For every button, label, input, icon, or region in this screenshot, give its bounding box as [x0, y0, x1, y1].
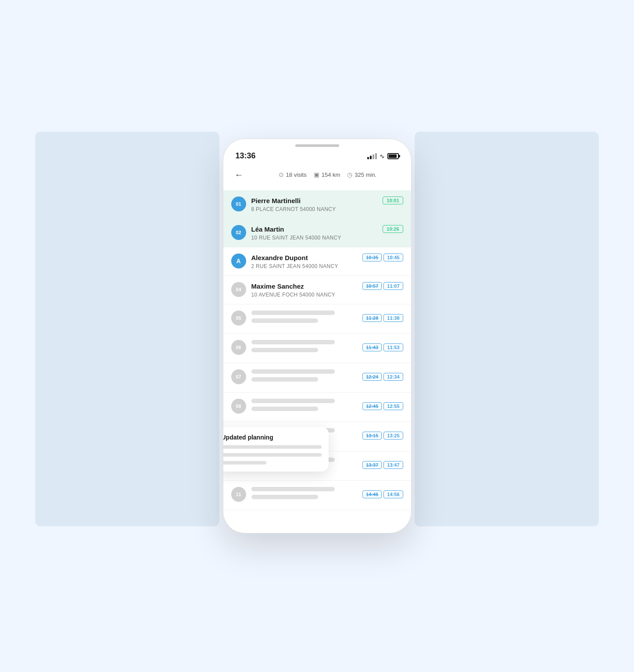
- visit-item-7[interactable]: 07 12:24 12:34: [223, 363, 411, 393]
- stat-time-value: 325 min.: [355, 172, 376, 178]
- visit-info-4: Maxime Sanchez 10:57 11:07 10 AVENUE FOC…: [251, 282, 403, 298]
- visit-info-5: 11:28 11:38: [251, 311, 403, 327]
- stat-km-value: 154 km: [322, 172, 340, 178]
- avatar-letter-3: A: [236, 257, 240, 265]
- visit-header-4: Maxime Sanchez 10:57 11:07: [251, 282, 403, 290]
- visit-number-6: 06: [231, 340, 246, 355]
- visit-time-1: 10:01: [383, 197, 403, 204]
- visit-info-2: Léa Martin 10:26 10 RUE SAINT JEAN 54000…: [251, 225, 403, 241]
- visit-name-2: Léa Martin: [251, 225, 284, 233]
- visit-time-new-3: 10:45: [383, 254, 403, 261]
- visit-number-7: 07: [231, 369, 246, 384]
- status-icons: ∿: [367, 153, 399, 160]
- visit-number-5: 05: [231, 311, 246, 325]
- visit-item-8[interactable]: 08 12:45 12:55: [223, 393, 411, 422]
- back-button[interactable]: ←: [232, 168, 246, 182]
- visit-info-6: 11:43 11:53: [251, 340, 403, 357]
- visit-address-2: 10 RUE SAINT JEAN 54000 NANCY: [251, 235, 403, 241]
- stat-visits-value: 18 visits: [286, 172, 307, 178]
- visit-item-6[interactable]: 06 11:43 11:53: [223, 334, 411, 363]
- visit-number-4: 04: [231, 282, 246, 297]
- stat-visits: ⊙ 18 visits: [279, 171, 307, 178]
- bg-decoration-left: [35, 132, 219, 526]
- back-arrow-icon: ←: [235, 170, 244, 180]
- visit-name-4: Maxime Sanchez: [251, 282, 304, 290]
- notif-line-2: [223, 453, 322, 457]
- visit-time-old-10: 13:37: [362, 461, 382, 469]
- visit-time-old-9: 13:15: [362, 432, 382, 440]
- visit-time-new-5: 11:38: [383, 314, 403, 322]
- status-time: 13:36: [236, 151, 256, 161]
- phone-notch: [295, 144, 339, 147]
- visit-time-new-11: 14:56: [383, 490, 403, 498]
- visit-time-old-4: 10:57: [362, 282, 382, 290]
- visit-time-pair-3: 10:35 10:45: [362, 254, 403, 261]
- visit-item-4[interactable]: 04 Maxime Sanchez 10:57 11:07 10 AVENUE …: [223, 276, 411, 304]
- visit-time-old-7: 12:24: [362, 373, 382, 381]
- visit-time-old-3: 10:35: [362, 254, 382, 261]
- battery-icon: [387, 153, 399, 159]
- visit-info-1: Pierre Martinelli 10:01 8 PLACE CARNOT 5…: [251, 197, 403, 212]
- visit-time-new-4: 11:07: [383, 282, 403, 290]
- visit-number-1: 01: [231, 197, 246, 211]
- notification-card: Updated planning: [223, 427, 329, 472]
- visit-header-7: 12:24 12:34: [251, 369, 403, 384]
- stat-time: ◷ 325 min.: [347, 171, 376, 178]
- visit-address-1: 8 PLACE CARNOT 54000 NANCY: [251, 206, 403, 212]
- route-icon: ▣: [314, 171, 319, 178]
- visit-time-old-6: 11:43: [362, 343, 382, 351]
- visit-name-3: Alexandre Dupont: [251, 254, 308, 261]
- visit-number-8: 08: [231, 399, 246, 414]
- visit-name-1: Pierre Martinelli: [251, 197, 301, 204]
- visit-time-new-10: 13:47: [383, 461, 403, 469]
- visit-header-5: 11:28 11:38: [251, 311, 403, 325]
- visit-number-3: A: [231, 254, 246, 268]
- stat-km: ▣ 154 km: [314, 171, 340, 178]
- visit-info-7: 12:24 12:34: [251, 369, 403, 386]
- bg-decoration-right: [415, 132, 599, 526]
- visit-info-8: 12:45 12:55: [251, 399, 403, 415]
- visit-time-old-11: 14:46: [362, 490, 382, 498]
- signal-icon: [367, 153, 377, 159]
- visit-item-1[interactable]: 01 Pierre Martinelli 10:01 8 PLACE CARNO…: [223, 190, 411, 219]
- status-bar: 13:36 ∿: [223, 139, 411, 164]
- visit-time-pair-9: 13:15 13:25: [362, 432, 403, 440]
- visit-item-2[interactable]: 02 Léa Martin 10:26 10 RUE SAINT JEAN 54…: [223, 219, 411, 247]
- visit-time-pair-7: 12:24 12:34: [362, 373, 403, 381]
- notif-line-1: [223, 445, 322, 449]
- visit-item-5[interactable]: 05 11:28 11:38: [223, 304, 411, 334]
- visit-address-4: 10 AVENUE FOCH 54000 NANCY: [251, 292, 403, 298]
- visit-header-2: Léa Martin 10:26: [251, 225, 403, 233]
- wifi-icon: ∿: [380, 153, 385, 160]
- visit-info-11: 14:46 14:56: [251, 487, 403, 504]
- visit-number-2: 02: [231, 225, 246, 240]
- visit-address-3: 2 RUE SAINT JEAN 54000 NANCY: [251, 263, 403, 269]
- visit-time-2: 10:26: [383, 225, 403, 233]
- visit-time-pair-11: 14:46 14:56: [362, 490, 403, 498]
- pin-icon: ⊙: [279, 171, 284, 178]
- visit-header-11: 14:46 14:56: [251, 487, 403, 502]
- visit-time-pair-5: 11:28 11:38: [362, 314, 403, 322]
- visit-time-new-8: 12:55: [383, 402, 403, 410]
- visit-time-pair-4: 10:57 11:07: [362, 282, 403, 290]
- notification-title: Updated planning: [223, 434, 322, 441]
- visit-time-new-6: 11:53: [383, 343, 403, 351]
- visit-header-8: 12:45 12:55: [251, 399, 403, 414]
- visit-number-11: 11: [231, 487, 246, 502]
- nav-bar: ← ⊙ 18 visits ▣ 154 km ◷ 325 min.: [223, 164, 411, 187]
- visit-time-new-9: 13:25: [383, 432, 403, 440]
- visit-header-3: Alexandre Dupont 10:35 10:45: [251, 254, 403, 261]
- visit-header-1: Pierre Martinelli 10:01: [251, 197, 403, 204]
- visit-time-old-8: 12:45: [362, 402, 382, 410]
- visit-item-11[interactable]: 11 14:46 14:56: [223, 481, 411, 510]
- visit-time-new-7: 12:34: [383, 373, 403, 381]
- visit-list[interactable]: 01 Pierre Martinelli 10:01 8 PLACE CARNO…: [223, 187, 411, 528]
- phone-frame: 13:36 ∿ ← ⊙ 18 visits: [223, 139, 412, 533]
- visit-item-3[interactable]: A Alexandre Dupont 10:35 10:45 2 RUE SAI…: [223, 247, 411, 276]
- phone-screen: 13:36 ∿ ← ⊙ 18 visits: [223, 139, 412, 533]
- visit-info-3: Alexandre Dupont 10:35 10:45 2 RUE SAINT…: [251, 254, 403, 269]
- visit-time-pair-10: 13:37 13:47: [362, 461, 403, 469]
- visit-time-old-5: 11:28: [362, 314, 382, 322]
- visit-time-pair-6: 11:43 11:53: [362, 343, 403, 351]
- notif-line-3: [223, 461, 267, 465]
